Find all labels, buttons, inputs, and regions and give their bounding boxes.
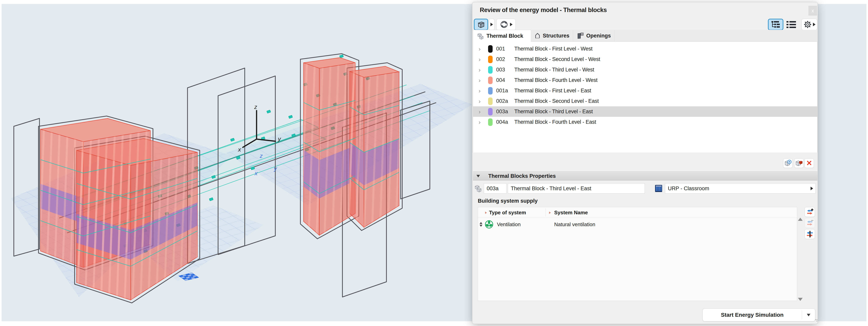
block-color-swatch [488,76,493,84]
cube-assign-icon [795,159,803,167]
list-view-button[interactable] [786,20,796,30]
column-marker-icon [485,211,487,214]
remove-system-button [805,218,815,228]
expand-chevron-icon[interactable]: › [478,108,485,115]
add-system-button[interactable] [805,207,815,217]
expand-chevron-icon[interactable]: › [478,45,485,52]
dropdown-arrow-icon [491,23,493,26]
tab-label: Thermal Block [487,33,523,39]
tab-structures[interactable]: Structures [531,30,573,42]
tree-view-button[interactable] [768,19,783,30]
list-view-icon [786,20,796,29]
system-name-cell: Natural ventilation [554,221,595,228]
profile-value: URP - Classroom [668,186,709,192]
block-color-swatch [488,56,493,63]
axis-z-label-blue: z [259,153,263,159]
block-id: 004 [496,77,514,83]
east-towers [304,58,399,235]
dialog-title: Review of the energy model - Thermal blo… [480,6,607,13]
thermal-blocks-properties-header[interactable]: Thermal Blocks Properties [473,171,817,181]
expand-chevron-icon[interactable]: › [478,56,485,63]
operation-profile-dropdown[interactable]: URP - Classroom [665,183,816,194]
thermal-block-row[interactable]: › 002a Thermal Block - Second Level - Ea… [473,96,817,106]
collapse-arrow-icon [476,175,480,177]
add-cube-icon [784,159,792,167]
axis-y-label: y [278,136,281,142]
block-id-field[interactable]: 003a [484,183,507,194]
block-name: Thermal Block - First Level - West [514,46,592,52]
column-system-name[interactable]: System Name [554,209,588,216]
show-3d-model-dropdown[interactable] [489,19,494,30]
thermal-block-row[interactable]: › 004a Thermal Block - Fourth Level - Ea… [473,117,817,127]
add-system-icon [806,208,814,216]
expand-chevron-icon[interactable]: › [478,88,485,94]
resize-grip[interactable] [815,319,818,322]
block-name-field[interactable]: Thermal Block - Third Level - East [508,183,645,194]
show-3d-model-button[interactable] [474,19,488,30]
reorder-arrows-icon[interactable] [479,222,483,227]
section-title: Thermal Blocks Properties [488,173,556,179]
system-row[interactable]: Ventilation Natural ventilation [478,219,797,230]
start-energy-simulation-button[interactable]: Start Energy Simulation [703,308,815,322]
block-color-swatch [488,45,493,53]
scroll-down-arrow[interactable] [798,298,803,301]
start-button-label: Start Energy Simulation [703,312,802,318]
block-name: Thermal Block - Third Level - West [514,67,594,73]
block-color-swatch [488,87,493,95]
tab-thermal-block[interactable]: Thermal Block [473,30,531,42]
tab-openings[interactable]: Openings [573,30,615,42]
expand-chevron-icon[interactable]: › [478,66,485,73]
add-thermal-block-button[interactable] [783,159,793,168]
block-color-swatch [488,119,493,126]
thermal-block-list: › 001 Thermal Block - First Level - West… [473,42,817,153]
thermal-block-row[interactable]: › 004 Thermal Block - Fourth Level - Wes… [473,75,817,86]
block-id: 003a [496,108,514,115]
tree-view-icon [771,21,780,28]
building-system-supply-label: Building system supply [478,198,538,204]
thermal-block-icon [477,32,484,40]
thermal-block-row[interactable]: › 001a Thermal Block - First Level - Eas… [473,86,817,96]
building-system-table: Type of system System Name Ventilation [478,207,797,301]
expand-chevron-icon[interactable]: › [478,119,485,126]
openings-icon [577,32,584,39]
block-color-swatch [488,66,493,74]
tab-bar: Thermal Block Structures Openings [473,30,817,42]
axis-x-label: x [238,146,241,153]
column-divider [546,208,546,217]
table-header: Type of system System Name [478,207,797,218]
update-model-button[interactable] [496,19,516,30]
swap-system-button[interactable] [805,229,815,239]
thermal-block-small-icon [474,184,482,192]
expand-chevron-icon[interactable]: › [478,77,485,84]
thermal-block-row[interactable]: › 002 Thermal Block - Second Level - Wes… [473,54,817,65]
thermal-block-row[interactable]: › 001 Thermal Block - First Level - West [473,43,817,54]
merge-thermal-block-button[interactable] [794,159,804,168]
dropdown-arrow-icon [510,23,513,26]
block-id: 003 [496,67,514,73]
start-button-dropdown[interactable] [802,314,815,316]
close-button[interactable]: x [808,6,817,15]
dropdown-arrow-icon [807,314,810,316]
delete-thermal-block-button[interactable]: ✕ [804,159,814,168]
column-marker-icon [549,211,551,214]
tab-label: Structures [543,33,569,39]
thermal-block-row-selected[interactable]: › 003a Thermal Block - Third Level - Eas… [473,106,817,117]
block-name: Thermal Block - Second Level - West [514,56,600,62]
expand-chevron-icon[interactable]: › [478,98,485,105]
remove-system-icon [806,219,814,227]
scroll-up-arrow[interactable] [798,218,803,221]
block-id: 002 [496,56,514,62]
settings-button[interactable] [802,19,817,30]
refresh-icon [500,20,508,29]
dropdown-arrow-icon [811,187,813,190]
cube-3d-icon [477,20,485,29]
block-color-swatch [488,97,493,105]
thermal-block-row[interactable]: › 003 Thermal Block - Third Level - West [473,65,817,75]
block-name: Thermal Block - Fourth Level - East [514,119,596,125]
column-type-of-system[interactable]: Type of system [489,209,526,216]
axis-y-label-blue: y [274,165,277,172]
dropdown-arrow-icon [813,23,815,26]
structures-icon [535,32,540,39]
tab-label: Openings [586,33,611,39]
energy-review-dialog: Review of the energy model - Thermal blo… [472,2,818,324]
